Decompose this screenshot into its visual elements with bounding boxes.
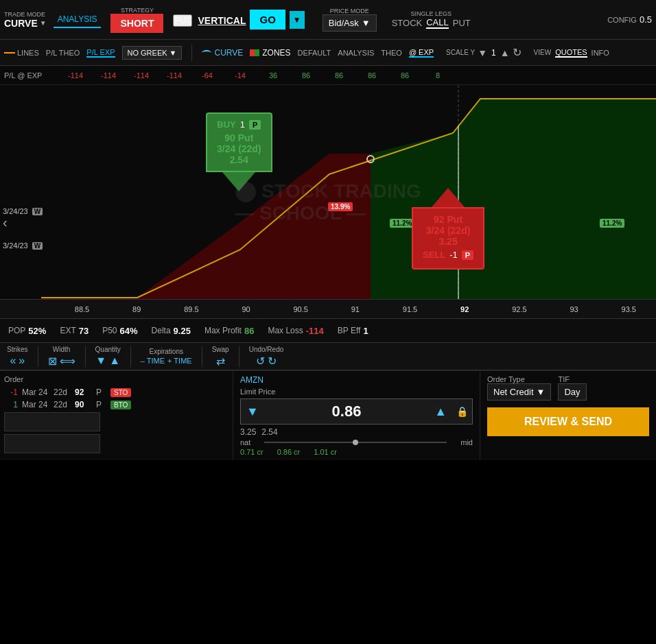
quotes-button[interactable]: QUOTES: [555, 48, 587, 58]
sell-line2: 3/24 (22d): [423, 225, 473, 236]
redo-button[interactable]: ↻: [268, 355, 277, 368]
price-mode-label: PRICE MODE: [330, 8, 369, 14]
time-plus-button[interactable]: + TIME: [167, 357, 192, 365]
price-axis: 88.5 89 89.5 90 90.5 91 91.5 92 92.5 93 …: [0, 299, 656, 318]
default-button[interactable]: DEFAULT: [298, 49, 331, 57]
bp-eff-value: 1: [363, 326, 368, 336]
analysis-tab[interactable]: ANALYSIS: [54, 12, 102, 28]
undo-redo-label: Undo/Redo: [249, 346, 284, 353]
tif-select[interactable]: Day: [558, 383, 586, 401]
price-row-2-val: 2.54: [261, 427, 277, 437]
strikes-label: Strikes: [7, 346, 28, 353]
width-compress-button[interactable]: ⊠: [48, 355, 57, 368]
cr-val-3: 1.01 cr: [314, 448, 337, 456]
expiration-buttons: – TIME + TIME: [141, 357, 192, 365]
price-line: [264, 442, 447, 443]
order-header: Order: [4, 375, 229, 383]
price-rows: 3.25 2.54: [240, 427, 473, 437]
pl-theo-button[interactable]: P/L THEO: [46, 49, 80, 57]
sto-badge-0: STO: [110, 388, 131, 397]
review-send-button[interactable]: REVIEW & SEND: [487, 407, 649, 436]
date-label-2: 3/24/23 W: [3, 241, 43, 250]
scale-up-button[interactable]: ▲: [500, 47, 510, 58]
pl-row: P/L @ EXP -114 -114 -114 -114 -64 -14 36…: [0, 66, 656, 85]
p50-value: 64%: [120, 326, 138, 336]
vertical-option[interactable]: VERTICAL: [198, 14, 246, 27]
order-input-2[interactable]: [4, 434, 100, 453]
order-type-1: P: [96, 400, 106, 409]
pl-val-8: 86: [290, 71, 323, 80]
divider-5: [202, 346, 202, 367]
pct-badge-center: 13.9%: [328, 202, 353, 211]
curve-dropdown[interactable]: CURVE ▼: [4, 18, 47, 29]
quantity-down-button[interactable]: ▼: [95, 355, 106, 367]
scale-down-button[interactable]: ▼: [478, 47, 487, 58]
limit-price-down-button[interactable]: ▼: [241, 405, 264, 419]
theo-button[interactable]: THEO: [381, 49, 402, 57]
pl-exp-button[interactable]: P/L EXP: [86, 48, 115, 58]
lock-icon: 🔒: [452, 406, 472, 417]
order-exp-0: Mar 24: [22, 387, 49, 397]
undo-redo-buttons: ↺ ↻: [256, 355, 277, 368]
p50-label: P50: [102, 326, 117, 335]
pop-label: POP: [8, 326, 25, 335]
refresh-button[interactable]: ↻: [513, 46, 522, 59]
cr-val-2: 0.86 cr: [277, 448, 301, 456]
strikes-double-right-button[interactable]: »: [19, 355, 25, 367]
config-label: CONFIG: [607, 16, 637, 24]
cr-val-1: 0.71 cr: [240, 448, 263, 456]
config-section: CONFIG 0.5: [607, 14, 652, 25]
nav-left-arrow[interactable]: ‹: [3, 215, 8, 230]
go-button[interactable]: GO: [250, 10, 285, 29]
ext-value: 73: [79, 326, 89, 336]
divider-6: [239, 346, 239, 367]
pl-val-11: 86: [388, 71, 421, 80]
lines-icon: [4, 52, 15, 53]
divider-4: [130, 346, 131, 367]
no-greek-arrow-icon: ▼: [169, 49, 177, 57]
info-button[interactable]: INFO: [591, 49, 609, 57]
stock-leg-button[interactable]: STOCK: [392, 17, 423, 29]
price-row-1-val: 3.25: [240, 427, 256, 437]
swap-label: Swap: [212, 346, 229, 353]
controls-bar: Strikes « » Width ⊠ ⟺ Quantity ▼ ▲ Expir…: [0, 343, 656, 370]
quantity-label: Quantity: [95, 346, 121, 353]
limit-price-up-button[interactable]: ▲: [429, 405, 452, 419]
at-exp-button[interactable]: @ EXP: [409, 48, 434, 58]
go-arrow-button[interactable]: ▼: [290, 11, 305, 29]
put-leg-button[interactable]: PUT: [453, 17, 471, 29]
order-qty-1: 1: [4, 400, 18, 409]
pl-val-9: 86: [323, 71, 355, 80]
short-button[interactable]: SHORT: [110, 14, 163, 33]
analysis-button-2[interactable]: ANALYSIS: [338, 49, 374, 57]
put-option[interactable]: PUT: [173, 14, 192, 27]
price-tick-9: 92.5: [492, 305, 547, 313]
order-type-0: P: [96, 387, 106, 397]
max-profit-label: Max Profit: [204, 326, 242, 335]
bid-ask-button[interactable]: Bid/Ask ▼: [323, 14, 377, 32]
chart-area: 3/24/23 W 3/24/23 W ‹ 13.9% 11.2% 11.2% …: [0, 85, 656, 318]
no-greek-button[interactable]: NO GREEK ▼: [122, 46, 183, 60]
time-minus-button[interactable]: – TIME: [141, 357, 165, 365]
quantity-up-button[interactable]: ▲: [109, 355, 120, 367]
chevron-down-icon: ▼: [40, 19, 47, 27]
swap-button[interactable]: ⇄: [216, 355, 225, 368]
order-type-section: Order Type Net Credit ▼ TIF Day: [487, 375, 649, 401]
width-buttons: ⊠ ⟺: [48, 355, 75, 368]
mid-label: mid: [460, 438, 473, 446]
lines-section: LINES: [4, 49, 39, 57]
order-exp-1: Mar 24: [22, 400, 49, 409]
strikes-double-left-button[interactable]: «: [10, 355, 16, 367]
undo-button[interactable]: ↺: [256, 355, 265, 368]
strikes-buttons: « »: [10, 355, 25, 367]
stat-max-loss: Max Loss -114: [268, 326, 323, 336]
undo-redo-section: Undo/Redo ↺ ↻: [249, 346, 284, 368]
divider-1: [191, 45, 192, 61]
width-expand-button[interactable]: ⟺: [60, 355, 75, 368]
zones-label: ZONES: [262, 48, 290, 58]
call-leg-button[interactable]: CALL: [426, 17, 449, 29]
order-type-select[interactable]: Net Credit ▼: [487, 383, 551, 401]
scale-y-label: SCALE Y: [446, 49, 475, 56]
buy-arrow-down: [222, 172, 255, 191]
order-input-1[interactable]: [4, 412, 100, 431]
